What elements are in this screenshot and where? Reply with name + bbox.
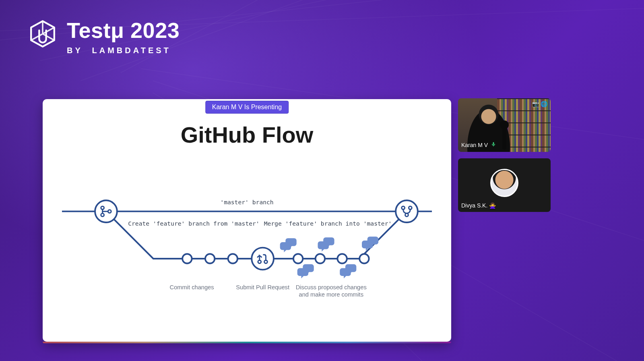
svg-rect-20 xyxy=(493,145,493,147)
svg-point-11 xyxy=(228,254,237,263)
caption-discuss-1: Discuss proposed changes xyxy=(296,284,367,290)
presentation-slide[interactable]: Karan M V Is Presenting GitHub Flow xyxy=(43,99,451,342)
conference-stage: Testμ 2023 BY LAMBDATEST Karan M V Is Pr… xyxy=(0,0,644,361)
microphone-icon xyxy=(502,127,506,149)
event-title: Testμ 2023 xyxy=(67,19,180,41)
participant-name: Divya S.K. 🙅‍♀️ xyxy=(461,202,496,209)
caption-submit-pr: Submit Pull Request xyxy=(236,284,289,290)
avatar xyxy=(490,169,518,197)
participant-name: Karan M V xyxy=(461,142,488,148)
create-branch-label: Create 'feature' branch from 'master' xyxy=(128,220,259,227)
svg-point-16 xyxy=(252,248,274,270)
svg-point-5 xyxy=(396,200,418,222)
svg-rect-19 xyxy=(493,142,494,145)
lambdatest-logo-icon xyxy=(28,19,57,50)
event-subtitle: BY LAMBDATEST xyxy=(67,46,180,55)
master-branch-label: 'master' branch xyxy=(220,199,273,205)
github-flow-diagram: 'master' branch Create 'feature' branch … xyxy=(58,188,436,330)
audio-active-icon xyxy=(490,141,497,149)
participant-tiles: 📷 🌐 Karan M V Divya S.K. 🙅‍♀️ xyxy=(458,98,551,212)
video-tile-participant[interactable]: Divya S.K. 🙅‍♀️ xyxy=(458,158,551,212)
svg-point-10 xyxy=(205,254,215,263)
caption-discuss-2: and make more commits xyxy=(299,291,363,298)
svg-point-9 xyxy=(182,254,192,263)
event-brand: Testμ 2023 BY LAMBDATEST xyxy=(28,19,180,55)
tile-status-icons: 📷 🌐 xyxy=(532,101,547,107)
svg-point-12 xyxy=(293,254,303,263)
svg-point-15 xyxy=(359,254,369,263)
svg-point-14 xyxy=(337,254,347,263)
svg-point-13 xyxy=(316,254,325,263)
merge-branch-label: Merge 'feature' branch into 'master' xyxy=(264,220,392,227)
presenting-badge: Karan M V Is Presenting xyxy=(205,101,289,114)
slide-title: GitHub Flow xyxy=(43,122,451,148)
video-tile-presenter[interactable]: 📷 🌐 Karan M V xyxy=(458,98,551,152)
caption-commit: Commit changes xyxy=(170,284,214,290)
